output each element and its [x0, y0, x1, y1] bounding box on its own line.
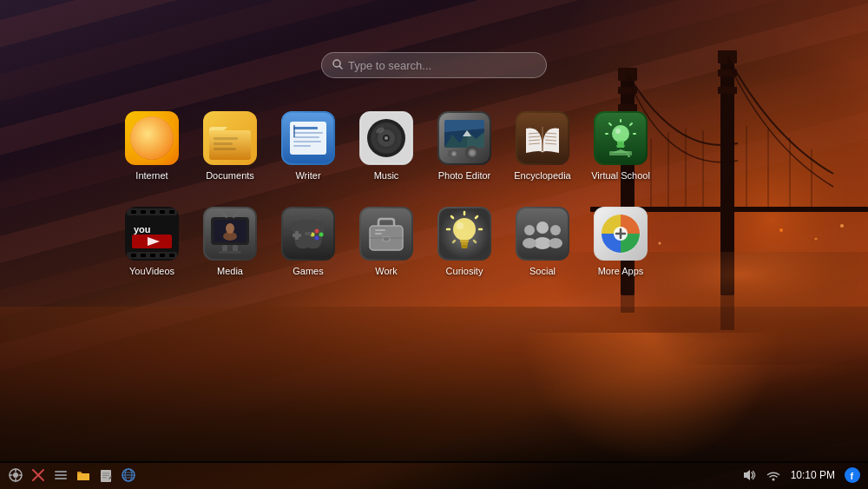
app-item-curiosity[interactable]: Curiosity — [425, 200, 503, 295]
svg-line-74 — [630, 123, 632, 125]
system-menu-icon[interactable] — [7, 466, 24, 484]
svg-point-70 — [612, 125, 629, 142]
search-bar[interactable] — [321, 52, 547, 78]
svg-line-27 — [340, 66, 343, 69]
app-item-music[interactable]: Music — [347, 104, 425, 200]
svg-rect-124 — [375, 233, 382, 235]
app-item-social[interactable]: Social — [503, 200, 582, 295]
svg-rect-36 — [293, 127, 318, 129]
svg-rect-88 — [150, 210, 155, 214]
svg-rect-32 — [214, 142, 233, 145]
svg-rect-40 — [293, 145, 311, 147]
svg-rect-94 — [160, 254, 165, 257]
svg-rect-160 — [77, 473, 89, 480]
work-label: Work — [375, 266, 397, 277]
svg-rect-31 — [214, 137, 238, 140]
svg-point-126 — [453, 218, 476, 241]
svg-point-22 — [815, 238, 818, 241]
app-item-writer[interactable]: Writer — [269, 104, 347, 200]
close-taskbar-icon[interactable] — [30, 466, 47, 484]
svg-rect-123 — [375, 229, 385, 231]
games-icon — [281, 207, 335, 261]
documents-icon — [203, 111, 257, 165]
svg-point-58 — [453, 153, 456, 155]
photo-editor-label: Photo Editor — [438, 170, 491, 182]
youvideos-label: YouVideos — [129, 266, 174, 277]
search-container — [321, 52, 547, 78]
svg-point-21 — [779, 228, 783, 232]
search-input[interactable] — [348, 59, 522, 72]
svg-rect-82 — [628, 155, 630, 157]
app-item-virtual-school[interactable]: Virtual School — [582, 104, 660, 200]
svg-rect-38 — [293, 136, 319, 138]
svg-point-29 — [142, 129, 156, 142]
app-item-more-apps[interactable]: More Apps — [582, 200, 660, 295]
svg-point-138 — [536, 221, 549, 234]
social-label: Social — [529, 266, 556, 277]
app-item-documents[interactable]: Documents — [191, 104, 269, 200]
music-label: Music — [374, 170, 399, 182]
svg-rect-103 — [233, 245, 238, 252]
taskbar-right: 10:10 PM f — [740, 466, 861, 484]
svg-line-128 — [476, 216, 477, 218]
svg-point-150 — [13, 472, 18, 478]
svg-marker-171 — [744, 470, 750, 480]
app-item-work[interactable]: Work — [347, 200, 425, 295]
svg-line-130 — [451, 216, 453, 218]
svg-point-112 — [315, 229, 319, 234]
svg-point-143 — [549, 238, 562, 248]
svg-point-140 — [524, 225, 535, 235]
svg-point-142 — [550, 225, 561, 235]
svg-rect-8 — [718, 87, 737, 94]
svg-rect-87 — [141, 210, 146, 214]
svg-rect-102 — [222, 245, 227, 252]
documents-label: Documents — [206, 170, 254, 182]
svg-point-26 — [333, 60, 340, 67]
app-item-games[interactable]: Games — [269, 200, 347, 295]
games-label: Games — [293, 266, 323, 277]
svg-line-132 — [474, 241, 476, 242]
app-item-photo-editor[interactable]: Photo Editor — [425, 104, 503, 200]
svg-rect-89 — [160, 210, 165, 214]
edit-taskbar-icon[interactable] — [97, 466, 115, 484]
photo-editor-icon — [437, 111, 491, 165]
volume-taskbar-icon[interactable] — [740, 466, 758, 484]
svg-point-136 — [457, 222, 464, 229]
svg-rect-92 — [141, 254, 146, 257]
svg-rect-86 — [131, 210, 136, 214]
internet-label: Internet — [135, 170, 168, 182]
tools-taskbar-icon[interactable] — [52, 466, 69, 484]
music-icon — [359, 111, 413, 165]
svg-point-108 — [223, 232, 237, 241]
more-apps-icon — [594, 207, 648, 261]
svg-rect-81 — [627, 151, 628, 155]
svg-rect-104 — [219, 251, 241, 254]
app-item-internet[interactable]: Internet — [113, 104, 191, 200]
svg-rect-33 — [214, 148, 236, 150]
svg-line-133 — [453, 241, 455, 242]
taskbar: 10:10 PM f — [0, 461, 868, 489]
svg-rect-39 — [293, 141, 321, 142]
wifi-taskbar-icon[interactable] — [765, 466, 782, 484]
svg-point-23 — [840, 224, 844, 228]
svg-rect-95 — [169, 254, 174, 257]
encyclopedia-icon — [516, 111, 569, 165]
facebook-taskbar-icon[interactable]: f — [844, 466, 861, 484]
svg-rect-122 — [370, 237, 403, 239]
app-item-media[interactable]: Media — [191, 200, 269, 295]
internet-icon — [125, 111, 179, 165]
network-taskbar-icon[interactable] — [120, 466, 137, 484]
media-label: Media — [217, 266, 243, 277]
svg-line-76 — [609, 123, 611, 125]
more-apps-label: More Apps — [598, 266, 644, 277]
virtual-school-label: Virtual School — [591, 170, 650, 182]
svg-rect-25 — [720, 226, 734, 330]
app-item-youvideos[interactable]: you YouVideos — [113, 200, 191, 295]
svg-rect-90 — [169, 210, 174, 214]
app-item-encyclopedia[interactable]: Encyclopedia — [503, 104, 582, 200]
folder-taskbar-icon[interactable] — [75, 466, 92, 484]
system-time: 10:10 PM — [791, 469, 835, 481]
svg-text:f: f — [851, 471, 854, 481]
svg-point-114 — [315, 236, 319, 241]
encyclopedia-label: Encyclopedia — [514, 170, 570, 182]
